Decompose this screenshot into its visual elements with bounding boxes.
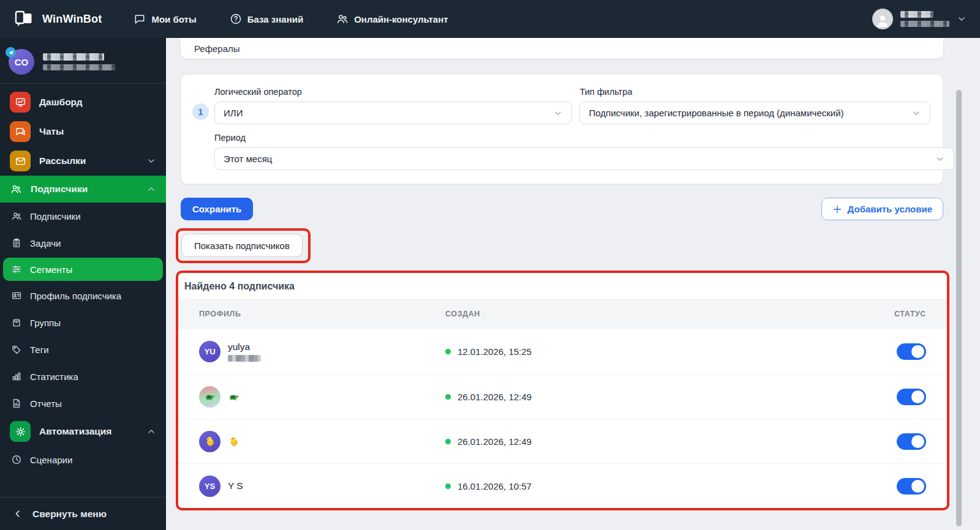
nav-item-2[interactable]: База знаний bbox=[230, 13, 303, 25]
sidebar-divider bbox=[0, 83, 166, 84]
referrals-label: Рефералы bbox=[194, 43, 240, 54]
sidebar-user-initials: CO bbox=[15, 57, 29, 67]
status-toggle[interactable] bbox=[897, 478, 926, 495]
sidebar-item-дашборд-0[interactable]: Дашборд bbox=[0, 88, 166, 117]
show-subscribers-button[interactable]: Показать подписчиков bbox=[181, 234, 303, 257]
period-label: Период bbox=[214, 133, 930, 143]
toggle-knob bbox=[911, 345, 924, 358]
user-name-redacted bbox=[900, 11, 949, 27]
sidebar-user[interactable]: CO bbox=[0, 47, 166, 83]
status-toggle[interactable] bbox=[897, 433, 926, 450]
results-table-header: ПРОФИЛЬ СОЗДАН СТАТУС bbox=[178, 299, 947, 329]
sidebar-item-label: Автоматизация bbox=[39, 426, 111, 437]
sidebar-item-сегменты-6[interactable]: Сегменты bbox=[3, 258, 163, 281]
sidebar-item-label: Дашборд bbox=[39, 97, 83, 108]
user-avatar-icon bbox=[872, 9, 893, 29]
sidebar-item-подписчики-3[interactable]: Подписчики bbox=[0, 176, 166, 203]
navbar-user-menu[interactable] bbox=[872, 9, 967, 29]
sidebar-item-статистика-10[interactable]: Статистика bbox=[0, 363, 166, 390]
filter-type-label: Тип фильтра bbox=[579, 87, 930, 97]
help-circle-icon bbox=[230, 13, 242, 25]
column-header-status: СТАТУС bbox=[853, 310, 926, 318]
status-toggle[interactable] bbox=[897, 389, 926, 405]
sidebar-item-автоматизация-12[interactable]: Автоматизация bbox=[0, 417, 166, 446]
clock-icon bbox=[11, 454, 22, 465]
sidebar-item-label: Отчеты bbox=[30, 398, 62, 409]
sidebar-item-рассылки-2[interactable]: Рассылки bbox=[0, 146, 166, 176]
chevron-down-icon bbox=[935, 154, 945, 164]
toggle-knob bbox=[911, 480, 924, 493]
logical-operator-value: ИЛИ bbox=[224, 108, 553, 118]
created-date: 26.01.2026, 12:49 bbox=[458, 436, 532, 447]
logical-operator-label: Логический оператор bbox=[214, 87, 572, 97]
top-navbar: WinWinBot Мои ботыБаза знанийОнлайн-конс… bbox=[0, 0, 980, 38]
sidebar-item-задачи-5[interactable]: Задачи bbox=[0, 230, 166, 256]
sidebar-item-label: Статистика bbox=[30, 371, 78, 382]
chevron-left-icon bbox=[13, 509, 23, 518]
toggle-knob bbox=[911, 435, 924, 448]
sidebar-item-label: Сегменты bbox=[30, 264, 72, 275]
sidebar-item-профиль-подписчика-7[interactable]: Профиль подписчика bbox=[0, 282, 166, 309]
tasks-icon bbox=[11, 237, 22, 248]
app-window: WinWinBot Мои ботыБаза знанийОнлайн-конс… bbox=[0, 0, 980, 530]
plus-icon bbox=[832, 204, 842, 214]
chevron-down-icon bbox=[146, 156, 156, 166]
chevron-down-icon bbox=[911, 108, 921, 118]
subscriber-name: yulya bbox=[228, 342, 261, 353]
sidebar-item-подписчики-4[interactable]: Подписчики bbox=[0, 203, 166, 230]
toggle-knob bbox=[911, 390, 924, 403]
filter-type-select[interactable]: Подписчики, зарегистрированные в период … bbox=[579, 102, 930, 124]
winwinbot-logo-icon bbox=[13, 9, 34, 29]
avatar-initials: YS bbox=[205, 482, 215, 491]
column-header-profile: ПРОФИЛЬ bbox=[199, 310, 445, 318]
subscriber-name-turtle-emoji-icon bbox=[228, 390, 240, 403]
sidebar-item-label: Группы bbox=[30, 318, 61, 328]
sidebar-item-label: Задачи bbox=[30, 238, 61, 248]
created-date: 12.01.2026, 15:25 bbox=[458, 346, 532, 357]
subscriber-avatar: YU bbox=[199, 341, 221, 362]
sidebar-item-чаты-1[interactable]: Чаты bbox=[0, 117, 166, 146]
referrals-card: Рефералы bbox=[181, 38, 943, 59]
results-count-title: Найдено 4 подписчика bbox=[178, 273, 947, 299]
profile-card-icon bbox=[11, 290, 22, 301]
subscriber-row-1[interactable]: YU yulya 12.01.2026, 15:25 bbox=[178, 329, 947, 374]
subscriber-username-redacted bbox=[228, 355, 261, 362]
brand[interactable]: WinWinBot bbox=[13, 9, 102, 29]
report-icon bbox=[11, 398, 22, 409]
filter-type-value: Подписчики, зарегистрированные в период … bbox=[589, 108, 911, 118]
sidebar-item-label: Подписчики bbox=[31, 184, 88, 195]
sidebar-item-label: Теги bbox=[30, 345, 49, 355]
filter-condition-card: 1 Логический оператор ИЛИ Тип фильтра П bbox=[181, 74, 943, 184]
vertical-scrollbar[interactable] bbox=[956, 90, 962, 526]
subscriber-avatar: YS bbox=[199, 476, 221, 497]
subscriber-row-4[interactable]: YS Y S 16.01.2026, 10:57 bbox=[178, 463, 947, 508]
sidebar-item-теги-9[interactable]: Теги bbox=[0, 336, 166, 363]
nav-item-1[interactable]: Мои боты bbox=[134, 13, 196, 25]
nav-item-3[interactable]: Онлайн-консультант bbox=[336, 13, 448, 25]
gear-icon bbox=[10, 421, 31, 442]
segments-icon bbox=[11, 264, 22, 275]
add-condition-button[interactable]: Добавить условие bbox=[821, 198, 943, 220]
collapse-menu-button[interactable]: Свернуть меню bbox=[0, 497, 166, 530]
sidebar-item-отчеты-11[interactable]: Отчеты bbox=[0, 390, 166, 417]
chevron-up-icon bbox=[146, 427, 156, 436]
chevron-down-icon bbox=[553, 108, 563, 118]
period-select[interactable]: Этот месяц bbox=[214, 147, 954, 170]
subscriber-name-chick-emoji-icon bbox=[228, 435, 240, 447]
status-toggle[interactable] bbox=[897, 343, 926, 360]
online-status-dot bbox=[445, 394, 451, 400]
subscriber-row-2[interactable]: 26.01.2026, 12:49 bbox=[178, 374, 947, 419]
avatar-initials: YU bbox=[204, 347, 215, 356]
people-icon bbox=[336, 13, 349, 25]
red-annotation-box-show-subscribers: Показать подписчиков bbox=[176, 228, 311, 263]
sidebar-item-сценарии-13[interactable]: Сценарии bbox=[0, 446, 166, 473]
save-button[interactable]: Сохранить bbox=[181, 198, 253, 220]
subscriber-avatar bbox=[199, 431, 221, 452]
logical-operator-select[interactable]: ИЛИ bbox=[214, 102, 572, 124]
online-status-dot bbox=[445, 483, 451, 489]
groups-icon bbox=[11, 317, 22, 328]
nav-item-label: Онлайн-консультант bbox=[354, 14, 448, 24]
nav-item-label: База знаний bbox=[247, 14, 303, 24]
sidebar-item-группы-8[interactable]: Группы bbox=[0, 309, 166, 336]
subscriber-row-3[interactable]: 26.01.2026, 12:49 bbox=[178, 419, 947, 463]
